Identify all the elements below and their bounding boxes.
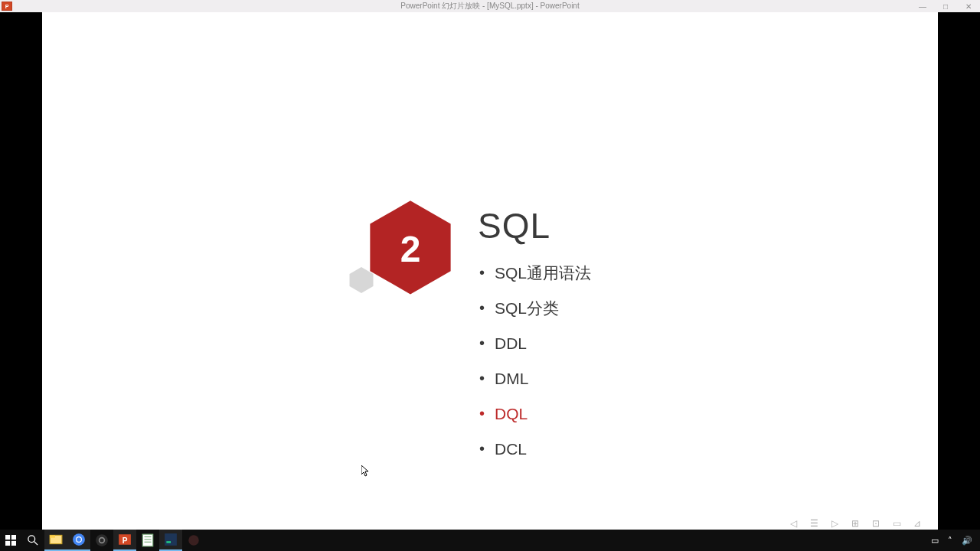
tray-ime-icon[interactable]: ▭	[931, 536, 939, 546]
taskbar-app-chrome[interactable]	[67, 530, 90, 551]
slideshow-toolbar: ◁ ☰ ▷ ⊞ ⊡ ▭ ⊿	[42, 517, 938, 530]
minimize-button[interactable]: —	[911, 2, 934, 11]
list-item: DML	[478, 370, 591, 386]
prev-slide-icon[interactable]: ◁	[788, 518, 799, 529]
list-item: DDL	[478, 335, 591, 351]
svg-rect-2	[5, 535, 10, 540]
maximize-button[interactable]: □	[934, 2, 957, 11]
cursor-icon	[361, 465, 371, 480]
view-icon[interactable]: ⊞	[850, 518, 861, 529]
list-item: DCL	[478, 441, 591, 457]
system-tray: ▭ ˄ 🔊	[931, 536, 980, 546]
taskbar: P ▭ ˄ 🔊	[0, 530, 980, 551]
next-slide-icon[interactable]: ▷	[829, 518, 840, 529]
svg-point-6	[28, 536, 35, 543]
svg-rect-22	[166, 541, 171, 543]
taskbar-app-file-explorer[interactable]	[44, 530, 67, 551]
taskbar-app-generic[interactable]	[182, 530, 205, 551]
start-button[interactable]	[0, 530, 21, 551]
slide-heading: SQL	[478, 205, 591, 246]
svg-rect-5	[11, 541, 16, 546]
list-item: SQL通用语法	[478, 265, 591, 281]
svg-point-23	[188, 535, 199, 546]
taskbar-app-powerpoint[interactable]: P	[113, 530, 136, 551]
presentation-area[interactable]: 2 SQL SQL通用语法 SQL分类 DDL DML DQL DCL ◁ ☰ …	[0, 12, 980, 530]
window-title: PowerPoint 幻灯片放映 - [MySQL.pptx] - PowerP…	[400, 1, 579, 11]
reading-icon[interactable]: ▭	[891, 518, 902, 529]
svg-point-12	[77, 537, 81, 542]
svg-point-13	[96, 534, 108, 546]
slide: 2 SQL SQL通用语法 SQL分类 DDL DML DQL DCL ◁ ☰ …	[42, 12, 938, 530]
svg-rect-4	[5, 541, 10, 546]
powerpoint-app-icon: P	[2, 2, 12, 11]
svg-rect-3	[11, 535, 16, 540]
list-item: SQL分类	[478, 300, 591, 316]
bullet-list: SQL通用语法 SQL分类 DDL DML DQL DCL	[478, 265, 591, 457]
tray-volume-icon[interactable]: 🔊	[962, 536, 972, 546]
svg-rect-17	[142, 534, 153, 546]
zoom-icon[interactable]: ⊿	[912, 518, 923, 529]
svg-rect-9	[50, 535, 55, 537]
section-number-hexagon: 2	[368, 198, 453, 296]
taskbar-app-obs[interactable]	[90, 530, 113, 551]
window-titlebar: P PowerPoint 幻灯片放映 - [MySQL.pptx] - Powe…	[0, 0, 980, 12]
taskbar-app-ide[interactable]	[159, 530, 182, 551]
close-button[interactable]: ✕	[957, 2, 980, 11]
tray-chevron-up-icon[interactable]: ˄	[948, 536, 952, 546]
svg-rect-21	[165, 533, 177, 546]
search-button[interactable]	[21, 530, 44, 551]
window-controls: — □ ✕	[911, 2, 980, 11]
taskbar-app-notepad[interactable]	[136, 530, 159, 551]
section-number: 2	[400, 228, 421, 270]
grid-icon[interactable]: ⊡	[871, 518, 881, 529]
list-item: DQL	[478, 406, 591, 422]
svg-text:P: P	[122, 536, 128, 545]
svg-line-7	[34, 542, 38, 545]
slide-content: SQL SQL通用语法 SQL分类 DDL DML DQL DCL	[478, 205, 591, 476]
menu-icon[interactable]: ☰	[808, 518, 819, 529]
